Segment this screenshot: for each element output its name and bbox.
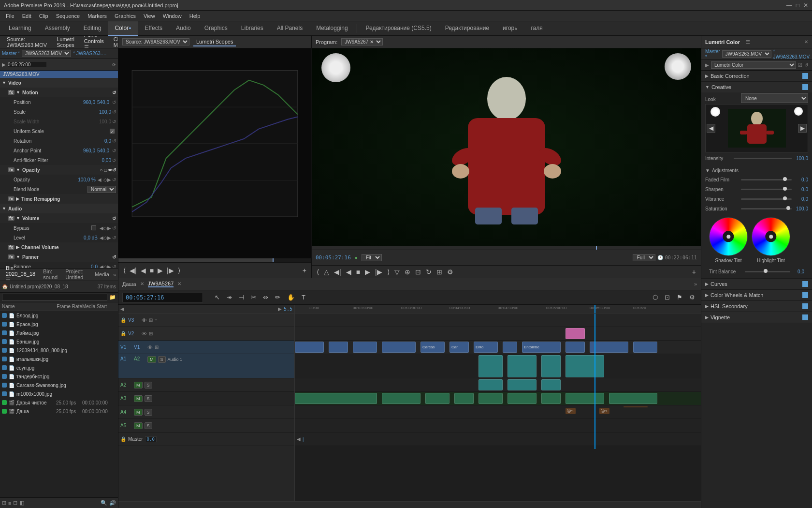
basic-correction-enable[interactable]	[802, 73, 808, 79]
tl-slip[interactable]: ⇔	[261, 293, 270, 302]
level-reset-icon[interactable]: ↺	[112, 235, 116, 240]
v3-lock-icon[interactable]: 🔒	[120, 317, 126, 323]
v1-eye-icon[interactable]: 👁	[147, 344, 153, 350]
bin-search-input[interactable]	[2, 294, 107, 301]
prog-stop[interactable]: ■	[355, 267, 361, 277]
clip-a1-1[interactable]	[478, 355, 503, 377]
menu-help[interactable]: Help	[186, 11, 204, 21]
clip-a3-9[interactable]	[609, 393, 657, 404]
bypass-keyframe-left[interactable]: ◀	[100, 225, 103, 231]
tab-learning[interactable]: Learning	[2, 21, 38, 36]
timeline-timecode-input[interactable]	[122, 293, 203, 302]
clip-v1-4[interactable]	[382, 342, 416, 353]
clip-a2-2[interactable]	[508, 379, 536, 390]
balance-kf-right[interactable]: ▶	[107, 264, 111, 269]
jw-seq-tab[interactable]: JW9A5267	[148, 281, 174, 287]
opacity-reset-icon[interactable]: ↺	[112, 167, 116, 173]
clip-a1-3[interactable]	[541, 355, 561, 377]
motion-header[interactable]: fx ▼ Motion ↺	[0, 88, 118, 97]
menu-window[interactable]: Window	[159, 11, 186, 21]
sharpen-thumb[interactable]	[783, 187, 787, 191]
prog-lift[interactable]: △	[323, 267, 330, 277]
menu-view[interactable]: View	[140, 11, 159, 21]
a2-mute-btn[interactable]: M	[134, 382, 143, 388]
tab-graphics[interactable]: Graphics	[198, 21, 234, 36]
prog-step-fwd[interactable]: |▶	[374, 267, 383, 277]
tl-hand[interactable]: ✋	[285, 293, 297, 302]
saturation-thumb[interactable]	[786, 206, 790, 210]
program-timecode[interactable]: 00:05:27:16	[316, 254, 351, 261]
master-lock-icon[interactable]: 🔒	[120, 436, 126, 442]
bin-folder-icon[interactable]: 📁	[109, 294, 116, 300]
shadow-tint-color-wheel[interactable]	[709, 217, 748, 256]
creative-header[interactable]: ▼ Creative	[701, 82, 812, 92]
clip-v1-3[interactable]	[353, 342, 377, 353]
tab-galya[interactable]: галя	[524, 21, 550, 36]
master-slider-icon[interactable]: |	[303, 437, 304, 442]
list-item[interactable]: 📄Банши.jpg	[0, 337, 118, 346]
clip-a3-1[interactable]	[295, 393, 377, 404]
bypass-keyframe-add[interactable]: ◇	[103, 225, 107, 231]
position-reset-icon[interactable]: ↺	[112, 100, 116, 105]
prog-loop[interactable]: ↻	[425, 267, 433, 277]
program-timebar[interactable]	[312, 246, 701, 250]
lumetri-effect-checkbox[interactable]: ☑	[798, 62, 802, 68]
tint-balance-slider[interactable]	[745, 271, 790, 272]
list-item[interactable]: 📄Ерасе.jpg	[0, 320, 118, 329]
v2-sync-icon[interactable]: ⊞	[149, 331, 153, 336]
tab-metalogging[interactable]: Metalogging	[309, 21, 354, 36]
tab-effects[interactable]: Effects	[138, 21, 169, 36]
basic-correction-header[interactable]: ▶ Basic Correction	[701, 71, 812, 81]
v2-lock-icon[interactable]: 🔒	[120, 331, 126, 336]
clip-v1-1[interactable]	[295, 342, 324, 353]
faded-film-thumb[interactable]	[783, 177, 787, 181]
source-timebar[interactable]	[118, 258, 311, 262]
prog-play-fwd[interactable]: ▶	[364, 267, 371, 277]
v3-eye-icon[interactable]: 👁	[142, 317, 147, 323]
a4-mute-btn[interactable]: M	[134, 409, 143, 416]
prog-mark-in[interactable]: ⟨	[316, 267, 320, 277]
clip-a1-4[interactable]	[566, 355, 604, 377]
list-item[interactable]: 📄итальяшки.jpg	[0, 355, 118, 363]
lumetri-menu-icon[interactable]: ☰	[746, 39, 750, 45]
master-expand-icon[interactable]: ◀	[297, 436, 301, 442]
menu-sequence[interactable]: Sequence	[52, 11, 84, 21]
play-back-btn[interactable]: ◀	[140, 266, 147, 275]
a5-mute-btn[interactable]: M	[134, 422, 143, 429]
blend-mode-select[interactable]: Normal	[87, 186, 116, 193]
clip-a1-2[interactable]	[508, 355, 536, 377]
tab-libraries[interactable]: Libraries	[234, 21, 270, 36]
tab-editing[interactable]: Editing	[77, 21, 108, 36]
v2-eye-icon[interactable]: 👁	[142, 331, 147, 337]
bin-icon-5[interactable]: 🔍	[101, 500, 107, 506]
clip-a3-5[interactable]	[478, 393, 503, 404]
menu-markers[interactable]: Markers	[84, 11, 111, 21]
lumetri-master-select[interactable]: JW9AS263.MOV	[722, 50, 771, 58]
opacity-value[interactable]: 100,0 %	[67, 177, 96, 182]
master-select[interactable]: JW9AS263.MOV	[22, 50, 71, 57]
bin-tab-sound[interactable]: Bin: sound	[39, 268, 61, 282]
timecode-input[interactable]	[8, 62, 46, 67]
time-remap-header[interactable]: fx ▶ Time Remapping	[0, 194, 118, 204]
level-keyframe-right[interactable]: ▶	[107, 235, 111, 240]
bin-tab-media[interactable]: Media	[91, 270, 113, 279]
bin-icon-4[interactable]: ◧	[19, 500, 24, 506]
a1-solo-btn[interactable]: S	[158, 356, 166, 363]
mark-in-btn[interactable]: ⟨	[122, 266, 127, 275]
prog-safe[interactable]: ⊞	[435, 267, 443, 277]
clip-v1-5[interactable]: Carcas	[420, 342, 445, 353]
clip-v1-8[interactable]	[503, 342, 517, 353]
lumetri-close-icon[interactable]: ✕	[804, 39, 808, 45]
anchor-y[interactable]: 540,0	[97, 148, 109, 153]
list-item[interactable]: 🎬Дарья чистое25,00 fps00:00:00:00	[0, 398, 118, 407]
antiflicker-value[interactable]: 0,00	[82, 158, 111, 163]
source-add-btn[interactable]: +	[302, 266, 307, 275]
lumetri-scopes-header-tab[interactable]: Lumetri Scopes	[193, 38, 236, 46]
position-y[interactable]: 540,0	[97, 100, 109, 105]
clip-v1-6[interactable]: Car	[450, 342, 469, 353]
track-nav-right[interactable]: ▶	[278, 306, 282, 312]
tl-type[interactable]: T	[300, 293, 307, 302]
a2-solo-btn[interactable]: S	[145, 382, 152, 388]
tl-ripple-edit[interactable]: ⊣	[237, 293, 246, 302]
a4-solo-btn[interactable]: S	[145, 409, 152, 416]
